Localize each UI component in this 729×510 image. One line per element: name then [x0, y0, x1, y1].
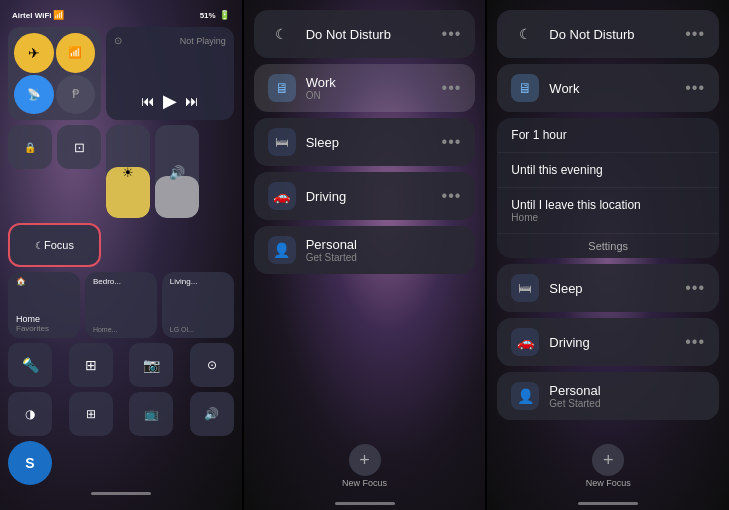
camera-button[interactable]: 📷	[129, 343, 173, 387]
panel-2-focus-menu: ☾ Do Not Disturb ••• 🖥 Work ON ••• 🛏	[244, 0, 486, 510]
wifi-button[interactable]: 📡	[14, 75, 54, 115]
work-icon: 🖥	[268, 74, 296, 102]
personal-sub: Get Started	[306, 252, 357, 263]
work-header-dots[interactable]: •••	[685, 79, 705, 97]
status-left: Airtel WiFi 📶	[12, 10, 64, 20]
sleep-dots-3[interactable]: •••	[685, 279, 705, 297]
settings-option[interactable]: Settings	[497, 234, 719, 258]
battery-icon: 🔋	[219, 10, 230, 20]
work-header-name: Work	[549, 81, 579, 96]
driving-item[interactable]: 🚗 Driving •••	[254, 172, 476, 220]
driving-dots[interactable]: •••	[442, 187, 462, 205]
dnd-header-item[interactable]: ☾ Do Not Disturb •••	[497, 10, 719, 58]
media-tile: ⊙ Not Playing ⏮ ▶ ⏭	[106, 27, 234, 120]
sleep-icon: 🛏	[268, 128, 296, 156]
panel-1-control-center: Airtel WiFi 📶 51% 🔋 ✈ 📶 📡 Ᵽ ⊙ Not Play	[0, 0, 242, 510]
bedroom-tile[interactable]: Bedro... Home...	[85, 272, 157, 338]
driving-icon: 🚗	[268, 182, 296, 210]
carrier-text: Airtel WiFi	[12, 11, 51, 20]
rotation-lock-button[interactable]: 🔒	[8, 125, 52, 169]
living-tile[interactable]: Living... LG Ol...	[162, 272, 234, 338]
prev-track-button[interactable]: ⏮	[141, 93, 155, 109]
home-icon: 🏠	[16, 277, 26, 286]
work-header-item[interactable]: 🖥 Work •••	[497, 64, 719, 112]
middle-row: 🔒 ⊡ ☀ 🔊	[8, 125, 234, 218]
toggle-row: ◑ ⊞ 📺 🔊	[8, 392, 234, 436]
record-button[interactable]: ⊙	[190, 343, 234, 387]
for-1-hour-option[interactable]: For 1 hour	[497, 118, 719, 153]
shazam-row: S	[8, 441, 234, 485]
home-favorites-tile[interactable]: 🏠 Home Favorites	[8, 272, 80, 338]
work-header-icon: 🖥	[511, 74, 539, 102]
play-button[interactable]: ▶	[163, 90, 177, 112]
dark-mode-button[interactable]: ◑	[8, 392, 52, 436]
home-indicator	[91, 492, 151, 495]
dnd-item[interactable]: ☾ Do Not Disturb •••	[254, 10, 476, 58]
personal-name: Personal	[306, 237, 357, 252]
sleep-name-3: Sleep	[549, 281, 582, 296]
dnd-header-dots[interactable]: •••	[685, 25, 705, 43]
driving-item-3[interactable]: 🚗 Driving •••	[497, 318, 719, 366]
sleep-item-3[interactable]: 🛏 Sleep •••	[497, 264, 719, 312]
sleep-icon-3: 🛏	[511, 274, 539, 302]
new-focus-label: New Focus	[342, 478, 387, 488]
brightness-slider[interactable]: ☀	[106, 125, 150, 218]
focus-row: ☾ Focus	[8, 223, 234, 267]
status-bar: Airtel WiFi 📶 51% 🔋	[8, 8, 234, 22]
driving-icon-3: 🚗	[511, 328, 539, 356]
focus-button[interactable]: ☾ Focus	[8, 223, 101, 267]
home-row: 🏠 Home Favorites Bedro... Home... Living…	[8, 272, 234, 338]
small-icons-row: 🔦 ⊞ 📷 ⊙	[8, 343, 234, 387]
location-home: Home	[511, 212, 705, 223]
sleep-dots[interactable]: •••	[442, 133, 462, 151]
personal-sub-3: Get Started	[549, 398, 600, 409]
new-focus-section: + New Focus	[254, 444, 476, 493]
airplane-mode-button[interactable]: ✈	[14, 33, 54, 73]
cellular-button[interactable]: 📶	[56, 33, 96, 73]
focus-moon-icon: ☾	[35, 240, 44, 251]
plus-icon-3: +	[603, 450, 614, 471]
calculator-button[interactable]: ⊞	[69, 343, 113, 387]
new-focus-section-3: + New Focus	[497, 444, 719, 493]
screen-mirror-button[interactable]: ⊡	[57, 125, 101, 169]
dnd-name: Do Not Disturb	[306, 27, 391, 42]
personal-name-3: Personal	[549, 383, 600, 398]
driving-name: Driving	[306, 189, 346, 204]
status-right: 51% 🔋	[200, 10, 230, 20]
not-playing-text: Not Playing	[180, 36, 226, 46]
panel-3-focus-expanded: ☾ Do Not Disturb ••• 🖥 Work ••• For 1 ho…	[487, 0, 729, 510]
connectivity-tile: ✈ 📶 📡 Ᵽ	[8, 27, 101, 120]
sound-button[interactable]: 🔊	[190, 392, 234, 436]
next-track-button[interactable]: ⏭	[185, 93, 199, 109]
qr-scanner-button[interactable]: ⊞	[69, 392, 113, 436]
volume-slider[interactable]: 🔊	[155, 125, 199, 218]
until-evening-option[interactable]: Until this evening	[497, 153, 719, 188]
until-leave-option[interactable]: Until I leave this location Home	[497, 188, 719, 234]
driving-dots-3[interactable]: •••	[685, 333, 705, 351]
personal-icon-3: 👤	[511, 382, 539, 410]
wifi-icon-status: 📶	[53, 10, 64, 20]
flashlight-button[interactable]: 🔦	[8, 343, 52, 387]
dnd-dots[interactable]: •••	[442, 25, 462, 43]
airplay-icon[interactable]: ⊙	[114, 35, 122, 46]
work-name: Work	[306, 75, 336, 90]
shazam-button[interactable]: S	[8, 441, 52, 485]
work-dots[interactable]: •••	[442, 79, 462, 97]
new-focus-button-3[interactable]: +	[592, 444, 624, 476]
new-focus-button[interactable]: +	[349, 444, 381, 476]
home-indicator-3	[578, 502, 638, 505]
personal-icon: 👤	[268, 236, 296, 264]
remote-button[interactable]: 📺	[129, 392, 173, 436]
bluetooth-button[interactable]: Ᵽ	[56, 75, 96, 115]
sleep-item[interactable]: 🛏 Sleep •••	[254, 118, 476, 166]
shazam-icon: S	[25, 455, 34, 471]
personal-item-3[interactable]: 👤 Personal Get Started	[497, 372, 719, 420]
personal-item[interactable]: 👤 Personal Get Started	[254, 226, 476, 274]
driving-name-3: Driving	[549, 335, 589, 350]
dnd-icon: ☾	[268, 20, 296, 48]
work-on-badge: ON	[306, 90, 336, 101]
home-indicator-2	[335, 502, 395, 505]
dnd-header-icon: ☾	[511, 20, 539, 48]
work-item[interactable]: 🖥 Work ON •••	[254, 64, 476, 112]
new-focus-label-3: New Focus	[586, 478, 631, 488]
